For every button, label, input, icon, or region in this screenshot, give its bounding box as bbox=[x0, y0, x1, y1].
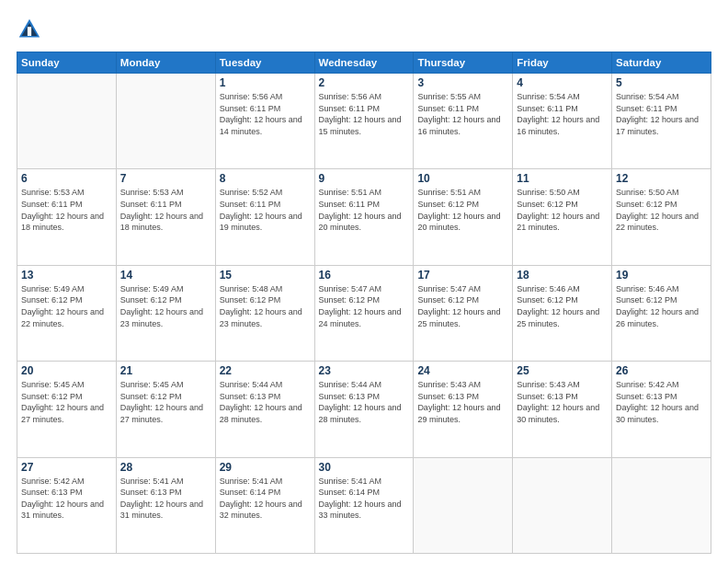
calendar-cell: 14Sunrise: 5:49 AM Sunset: 6:12 PM Dayli… bbox=[116, 265, 215, 361]
day-info: Sunrise: 5:49 AM Sunset: 6:12 PM Dayligh… bbox=[21, 283, 112, 329]
day-number: 16 bbox=[319, 269, 410, 282]
calendar-cell: 21Sunrise: 5:45 AM Sunset: 6:12 PM Dayli… bbox=[116, 362, 215, 457]
calendar-cell: 11Sunrise: 5:50 AM Sunset: 6:12 PM Dayli… bbox=[513, 169, 612, 265]
calendar-cell: 16Sunrise: 5:47 AM Sunset: 6:12 PM Dayli… bbox=[314, 265, 414, 361]
day-info: Sunrise: 5:41 AM Sunset: 6:14 PM Dayligh… bbox=[220, 476, 311, 522]
calendar-header-wednesday: Wednesday bbox=[314, 52, 414, 74]
day-number: 22 bbox=[220, 364, 311, 377]
calendar-cell: 9Sunrise: 5:51 AM Sunset: 6:11 PM Daylig… bbox=[314, 169, 414, 265]
day-number: 6 bbox=[21, 172, 112, 185]
calendar-cell bbox=[116, 74, 215, 169]
day-info: Sunrise: 5:53 AM Sunset: 6:11 PM Dayligh… bbox=[21, 187, 112, 233]
day-info: Sunrise: 5:41 AM Sunset: 6:14 PM Dayligh… bbox=[319, 476, 410, 522]
header bbox=[17, 17, 711, 42]
calendar-cell: 28Sunrise: 5:41 AM Sunset: 6:13 PM Dayli… bbox=[116, 457, 215, 553]
calendar-cell bbox=[612, 457, 711, 553]
calendar-cell bbox=[17, 74, 117, 169]
calendar-cell: 24Sunrise: 5:43 AM Sunset: 6:13 PM Dayli… bbox=[414, 362, 513, 457]
calendar-cell: 2Sunrise: 5:56 AM Sunset: 6:11 PM Daylig… bbox=[314, 74, 414, 169]
day-number: 10 bbox=[417, 172, 508, 185]
calendar-cell: 22Sunrise: 5:44 AM Sunset: 6:13 PM Dayli… bbox=[215, 362, 314, 457]
day-info: Sunrise: 5:43 AM Sunset: 6:13 PM Dayligh… bbox=[417, 379, 508, 425]
calendar-cell: 27Sunrise: 5:42 AM Sunset: 6:13 PM Dayli… bbox=[17, 457, 117, 553]
logo bbox=[17, 17, 46, 42]
day-info: Sunrise: 5:46 AM Sunset: 6:12 PM Dayligh… bbox=[616, 283, 707, 329]
calendar-cell: 1Sunrise: 5:56 AM Sunset: 6:11 PM Daylig… bbox=[215, 74, 314, 169]
calendar-cell: 13Sunrise: 5:49 AM Sunset: 6:12 PM Dayli… bbox=[17, 265, 117, 361]
day-info: Sunrise: 5:56 AM Sunset: 6:11 PM Dayligh… bbox=[220, 91, 311, 137]
day-number: 3 bbox=[417, 76, 508, 89]
svg-rect-2 bbox=[28, 27, 31, 36]
day-info: Sunrise: 5:54 AM Sunset: 6:11 PM Dayligh… bbox=[517, 91, 608, 137]
calendar-week-row: 27Sunrise: 5:42 AM Sunset: 6:13 PM Dayli… bbox=[17, 457, 711, 553]
calendar-cell bbox=[513, 457, 612, 553]
day-number: 8 bbox=[220, 172, 311, 185]
day-number: 1 bbox=[220, 76, 311, 89]
calendar-cell: 23Sunrise: 5:44 AM Sunset: 6:13 PM Dayli… bbox=[314, 362, 414, 457]
day-number: 12 bbox=[616, 172, 707, 185]
day-info: Sunrise: 5:54 AM Sunset: 6:11 PM Dayligh… bbox=[616, 91, 707, 137]
day-number: 9 bbox=[319, 172, 410, 185]
calendar-header-sunday: Sunday bbox=[17, 52, 117, 74]
day-number: 11 bbox=[517, 172, 608, 185]
calendar-week-row: 1Sunrise: 5:56 AM Sunset: 6:11 PM Daylig… bbox=[17, 74, 711, 169]
calendar-cell: 17Sunrise: 5:47 AM Sunset: 6:12 PM Dayli… bbox=[414, 265, 513, 361]
logo-icon bbox=[17, 17, 42, 42]
calendar-cell: 7Sunrise: 5:53 AM Sunset: 6:11 PM Daylig… bbox=[116, 169, 215, 265]
calendar-header-saturday: Saturday bbox=[612, 52, 711, 74]
day-info: Sunrise: 5:45 AM Sunset: 6:12 PM Dayligh… bbox=[120, 379, 211, 425]
calendar-cell: 26Sunrise: 5:42 AM Sunset: 6:13 PM Dayli… bbox=[612, 362, 711, 457]
calendar-cell: 8Sunrise: 5:52 AM Sunset: 6:11 PM Daylig… bbox=[215, 169, 314, 265]
day-number: 26 bbox=[616, 364, 707, 377]
day-info: Sunrise: 5:46 AM Sunset: 6:12 PM Dayligh… bbox=[517, 283, 608, 329]
day-number: 28 bbox=[120, 461, 211, 474]
calendar-cell: 20Sunrise: 5:45 AM Sunset: 6:12 PM Dayli… bbox=[17, 362, 117, 457]
calendar-cell: 18Sunrise: 5:46 AM Sunset: 6:12 PM Dayli… bbox=[513, 265, 612, 361]
day-number: 14 bbox=[120, 269, 211, 282]
day-info: Sunrise: 5:47 AM Sunset: 6:12 PM Dayligh… bbox=[417, 283, 508, 329]
day-number: 24 bbox=[417, 364, 508, 377]
calendar-cell: 5Sunrise: 5:54 AM Sunset: 6:11 PM Daylig… bbox=[612, 74, 711, 169]
day-number: 2 bbox=[319, 76, 410, 89]
day-number: 15 bbox=[220, 269, 311, 282]
calendar-cell: 29Sunrise: 5:41 AM Sunset: 6:14 PM Dayli… bbox=[215, 457, 314, 553]
day-number: 20 bbox=[21, 364, 112, 377]
calendar-cell bbox=[414, 457, 513, 553]
day-info: Sunrise: 5:44 AM Sunset: 6:13 PM Dayligh… bbox=[220, 379, 311, 425]
day-info: Sunrise: 5:56 AM Sunset: 6:11 PM Dayligh… bbox=[319, 91, 410, 137]
day-number: 30 bbox=[319, 461, 410, 474]
day-number: 13 bbox=[21, 269, 112, 282]
calendar-header-thursday: Thursday bbox=[414, 52, 513, 74]
day-number: 18 bbox=[517, 269, 608, 282]
day-number: 21 bbox=[120, 364, 211, 377]
day-info: Sunrise: 5:51 AM Sunset: 6:12 PM Dayligh… bbox=[417, 187, 508, 233]
calendar-header-friday: Friday bbox=[513, 52, 612, 74]
day-info: Sunrise: 5:45 AM Sunset: 6:12 PM Dayligh… bbox=[21, 379, 112, 425]
calendar-cell: 25Sunrise: 5:43 AM Sunset: 6:13 PM Dayli… bbox=[513, 362, 612, 457]
calendar-cell: 12Sunrise: 5:50 AM Sunset: 6:12 PM Dayli… bbox=[612, 169, 711, 265]
day-info: Sunrise: 5:51 AM Sunset: 6:11 PM Dayligh… bbox=[319, 187, 410, 233]
day-info: Sunrise: 5:41 AM Sunset: 6:13 PM Dayligh… bbox=[120, 476, 211, 522]
day-number: 27 bbox=[21, 461, 112, 474]
day-info: Sunrise: 5:42 AM Sunset: 6:13 PM Dayligh… bbox=[21, 476, 112, 522]
day-info: Sunrise: 5:49 AM Sunset: 6:12 PM Dayligh… bbox=[120, 283, 211, 329]
calendar-cell: 6Sunrise: 5:53 AM Sunset: 6:11 PM Daylig… bbox=[17, 169, 117, 265]
day-info: Sunrise: 5:50 AM Sunset: 6:12 PM Dayligh… bbox=[517, 187, 608, 233]
day-number: 5 bbox=[616, 76, 707, 89]
calendar-cell: 3Sunrise: 5:55 AM Sunset: 6:11 PM Daylig… bbox=[414, 74, 513, 169]
day-info: Sunrise: 5:47 AM Sunset: 6:12 PM Dayligh… bbox=[319, 283, 410, 329]
day-info: Sunrise: 5:52 AM Sunset: 6:11 PM Dayligh… bbox=[220, 187, 311, 233]
calendar-header-monday: Monday bbox=[116, 52, 215, 74]
calendar-cell: 15Sunrise: 5:48 AM Sunset: 6:12 PM Dayli… bbox=[215, 265, 314, 361]
calendar-cell: 10Sunrise: 5:51 AM Sunset: 6:12 PM Dayli… bbox=[414, 169, 513, 265]
day-info: Sunrise: 5:44 AM Sunset: 6:13 PM Dayligh… bbox=[319, 379, 410, 425]
calendar-header-row: SundayMondayTuesdayWednesdayThursdayFrid… bbox=[17, 52, 711, 74]
day-info: Sunrise: 5:42 AM Sunset: 6:13 PM Dayligh… bbox=[616, 379, 707, 425]
day-number: 4 bbox=[517, 76, 608, 89]
day-info: Sunrise: 5:43 AM Sunset: 6:13 PM Dayligh… bbox=[517, 379, 608, 425]
day-number: 29 bbox=[220, 461, 311, 474]
day-info: Sunrise: 5:50 AM Sunset: 6:12 PM Dayligh… bbox=[616, 187, 707, 233]
calendar-cell: 19Sunrise: 5:46 AM Sunset: 6:12 PM Dayli… bbox=[612, 265, 711, 361]
calendar-header-tuesday: Tuesday bbox=[215, 52, 314, 74]
day-info: Sunrise: 5:53 AM Sunset: 6:11 PM Dayligh… bbox=[120, 187, 211, 233]
